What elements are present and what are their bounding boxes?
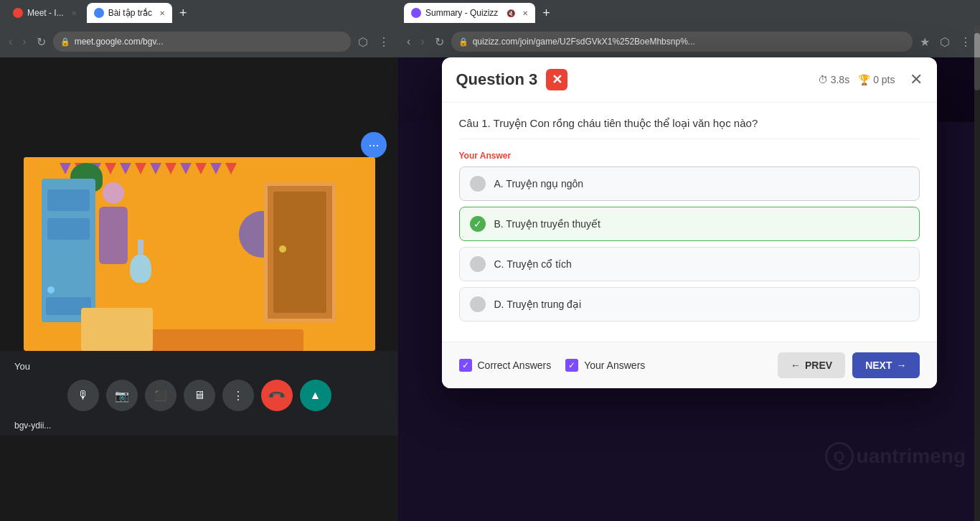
address-bar-right[interactable]: 🔒 quizizz.com/join/game/U2FsdGVkX1%252Bo… — [451, 32, 913, 52]
camera-icon: 📷 — [115, 389, 129, 403]
baitap-tab-icon — [94, 8, 104, 18]
screen-icon: 🖥 — [194, 389, 205, 402]
extensions-button[interactable]: ⬡ — [355, 32, 371, 52]
address-text-left: meet.google.com/bgv... — [75, 37, 164, 47]
next-button[interactable]: NEXT → — [852, 352, 919, 378]
quizizz-panel: Summary - Quizizz 🔇 ✕ + ‹ › ↻ 🔒 quizizz.… — [398, 0, 980, 521]
meet-tab-close[interactable]: ✕ — [71, 9, 77, 17]
radio-d — [470, 296, 486, 312]
baitap-tab-label: Bài tập trắc — [108, 8, 152, 18]
answer-text-b: B. Truyện truyền thuyết — [494, 218, 600, 230]
extensions-button-right[interactable]: ⬡ — [937, 32, 953, 52]
flag — [150, 163, 161, 174]
screen-button[interactable]: 🖥 — [184, 380, 215, 411]
baitap-tab-close[interactable]: ✕ — [159, 9, 165, 17]
cabinet — [42, 179, 95, 322]
wrong-badge: ✕ — [546, 69, 567, 90]
flag — [135, 163, 146, 174]
question-modal: Question 3 ✕ ⏱ 3.8s 🏆 0 pts ✕ — [442, 57, 937, 388]
answer-option-d: D. Truyện trung đại — [459, 287, 920, 321]
quizizz-tab-close[interactable]: ✕ — [522, 9, 528, 17]
back-button-right[interactable]: ‹ — [404, 32, 413, 51]
wrong-icon: ✕ — [552, 72, 562, 88]
quizizz-tab-bar: Summary - Quizizz 🔇 ✕ + — [398, 0, 980, 26]
door — [264, 182, 336, 322]
your-answers-label: Your Answers — [584, 360, 645, 371]
quizizz-tab[interactable]: Summary - Quizizz 🔇 ✕ — [404, 3, 535, 23]
quizizz-nav-bar: ‹ › ↻ 🔒 quizizz.com/join/game/U2FsdGVkX1… — [398, 26, 980, 57]
question-title: Question 3 — [456, 70, 538, 89]
answer-text-a: A. Truyện ngụ ngôn — [494, 178, 584, 189]
prev-arrow-icon: ← — [791, 360, 801, 371]
refresh-button[interactable]: ↻ — [34, 32, 49, 52]
your-answers-check: ✓ — [565, 359, 578, 372]
mic-button[interactable]: 🎙 — [67, 380, 99, 411]
meet-nav-bar: ‹ › ↻ 🔒 meet.google.com/bgv... ⬡ ⋮ — [0, 26, 398, 57]
flag — [210, 163, 222, 174]
modal-body: Câu 1. Truyện Con rồng cháu tiên thuộc t… — [442, 103, 937, 342]
meet-id-area: bgv-ydii... — [0, 417, 398, 433]
quizizz-tab-mute[interactable]: 🔇 — [507, 9, 515, 17]
meet-content: ··· — [0, 57, 398, 521]
modal-footer: ✓ Correct Answers ✓ Your Answers ← — [442, 342, 937, 388]
your-answers-checkbox[interactable]: ✓ Your Answers — [565, 359, 645, 372]
pts-badge: 🏆 0 pts — [858, 74, 895, 85]
meet-tab-bar: Meet - I... ✕ Bài tập trắc ✕ + — [0, 0, 398, 26]
classroom-scene — [24, 157, 375, 351]
nav-buttons: ← PREV NEXT → — [778, 352, 919, 378]
more-options-button[interactable]: ⋮ — [375, 32, 392, 52]
checkmark-icon: ✓ — [473, 218, 482, 230]
more-button[interactable]: ··· — [361, 132, 387, 158]
answer-option-b: ✓ B. Truyện truyền thuyết — [459, 207, 920, 241]
correct-answers-check: ✓ — [459, 359, 472, 372]
end-call-icon: 📞 — [267, 385, 287, 405]
quizizz-tab-label: Summary - Quizizz — [425, 8, 498, 18]
present-icon: ⬛ — [154, 390, 166, 401]
more-options-ctrl[interactable]: ⋮ — [222, 380, 254, 411]
bookmark-button[interactable]: ★ — [917, 32, 933, 52]
next-arrow-icon: → — [897, 360, 907, 371]
question-text: Câu 1. Truyện Con rồng cháu tiên thuộc t… — [459, 117, 920, 139]
refresh-button-right[interactable]: ↻ — [432, 32, 447, 52]
radio-b: ✓ — [470, 216, 486, 232]
door-knob — [279, 245, 286, 253]
answer-option-a: A. Truyện ngụ ngôn — [459, 166, 920, 201]
flag — [120, 163, 131, 174]
present-button[interactable]: ⬛ — [145, 380, 176, 411]
footer-checkboxes: ✓ Correct Answers ✓ Your Answers — [459, 359, 646, 372]
raise-hand-button[interactable]: ▲ — [300, 380, 331, 411]
address-text-right: quizizz.com/join/game/U2FsdGVkX1%252BoeM… — [473, 37, 695, 47]
desk-surface — [81, 308, 153, 351]
camera-button[interactable]: 📷 — [106, 380, 138, 411]
address-bar-left[interactable]: 🔒 meet.google.com/bgv... — [53, 32, 351, 52]
mic-icon: 🎙 — [77, 389, 89, 402]
pts-value: 0 pts — [873, 74, 895, 85]
controls-row: 🎙 📷 ⬛ 🖥 ⋮ 📞 — [0, 374, 398, 417]
pts-icon: 🏆 — [858, 74, 870, 85]
new-tab-button-right[interactable]: + — [538, 6, 555, 21]
quizizz-game-area: 🧍 2.4 m Time/ques 1 Streak 🔥 Q uantrim — [398, 57, 980, 521]
modal-close-button[interactable]: ✕ — [910, 70, 923, 89]
time-value-modal: 3.8s — [831, 74, 849, 85]
flag — [225, 163, 237, 174]
more-options-right[interactable]: ⋮ — [957, 32, 974, 52]
more-options-icon: ⋮ — [232, 389, 244, 403]
flag — [165, 163, 176, 174]
new-tab-button[interactable]: + — [175, 6, 192, 21]
answer-text-c: C. Truyện cổ tích — [494, 258, 572, 270]
answer-option-c: C. Truyện cổ tích — [459, 247, 920, 281]
flag — [60, 163, 71, 174]
forward-button[interactable]: › — [19, 32, 29, 51]
forward-button-right[interactable]: › — [418, 32, 427, 51]
raise-hand-icon: ▲ — [310, 389, 321, 402]
meet-tab[interactable]: Meet - I... ✕ — [6, 3, 84, 23]
end-call-button[interactable]: 📞 — [261, 380, 293, 411]
baitap-tab[interactable]: Bài tập trắc ✕ — [87, 3, 172, 23]
flag — [180, 163, 192, 174]
back-button[interactable]: ‹ — [6, 32, 15, 51]
prev-button[interactable]: ← PREV — [778, 352, 845, 378]
radio-a — [470, 176, 486, 192]
time-badge: ⏱ 3.8s — [818, 74, 849, 85]
correct-answers-checkbox[interactable]: ✓ Correct Answers — [459, 359, 552, 372]
meet-user-label: You — [0, 358, 398, 374]
